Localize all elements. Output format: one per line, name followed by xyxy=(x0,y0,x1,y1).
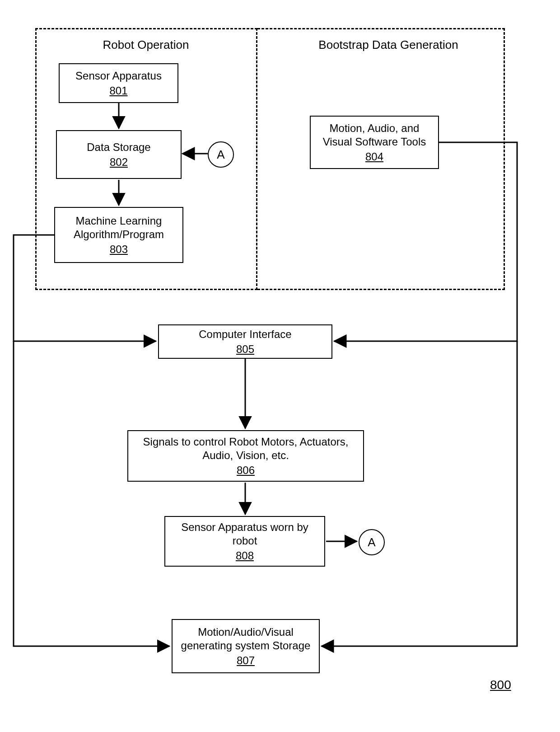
box-label: Signals to control Robot Motors, Actuato… xyxy=(132,435,359,462)
box-computer-interface: Computer Interface 805 xyxy=(158,324,332,359)
box-mav-storage: Motion/Audio/Visual generating system St… xyxy=(172,619,320,673)
box-machine-learning: Machine Learning Algorithm/Program 803 xyxy=(54,207,183,263)
box-signals-control: Signals to control Robot Motors, Actuato… xyxy=(127,430,364,482)
box-ref: 802 xyxy=(110,156,128,169)
box-ref: 804 xyxy=(365,150,383,163)
box-ref: 801 xyxy=(109,84,127,97)
box-sensor-apparatus: Sensor Apparatus 801 xyxy=(59,63,178,103)
connector-label: A xyxy=(217,148,224,162)
group-title-robot-operation: Robot Operation xyxy=(62,38,229,52)
box-ref: 803 xyxy=(110,243,128,256)
box-label: Motion/Audio/Visual generating system St… xyxy=(176,625,315,652)
connector-label: A xyxy=(368,535,375,549)
box-ref: 806 xyxy=(237,464,255,477)
box-ref: 808 xyxy=(236,549,254,562)
box-ref: 805 xyxy=(236,343,254,356)
connector-a-top: A xyxy=(208,141,234,168)
box-label: Machine Learning Algorithm/Program xyxy=(59,214,179,241)
box-motion-audio-visual-tools: Motion, Audio, and Visual Software Tools… xyxy=(310,116,439,169)
box-data-storage: Data Storage 802 xyxy=(56,130,182,179)
figure-reference: 800 xyxy=(490,678,511,692)
box-label: Data Storage xyxy=(87,141,150,154)
connector-a-bottom: A xyxy=(359,529,385,555)
group-title-bootstrap: Bootstrap Data Generation xyxy=(294,38,483,52)
box-label: Sensor Apparatus xyxy=(75,69,162,83)
box-sensor-apparatus-robot: Sensor Apparatus worn by robot 808 xyxy=(164,516,325,567)
box-label: Computer Interface xyxy=(199,328,291,341)
box-label: Motion, Audio, and Visual Software Tools xyxy=(314,122,434,149)
box-label: Sensor Apparatus worn by robot xyxy=(169,521,321,548)
box-ref: 807 xyxy=(237,654,255,667)
